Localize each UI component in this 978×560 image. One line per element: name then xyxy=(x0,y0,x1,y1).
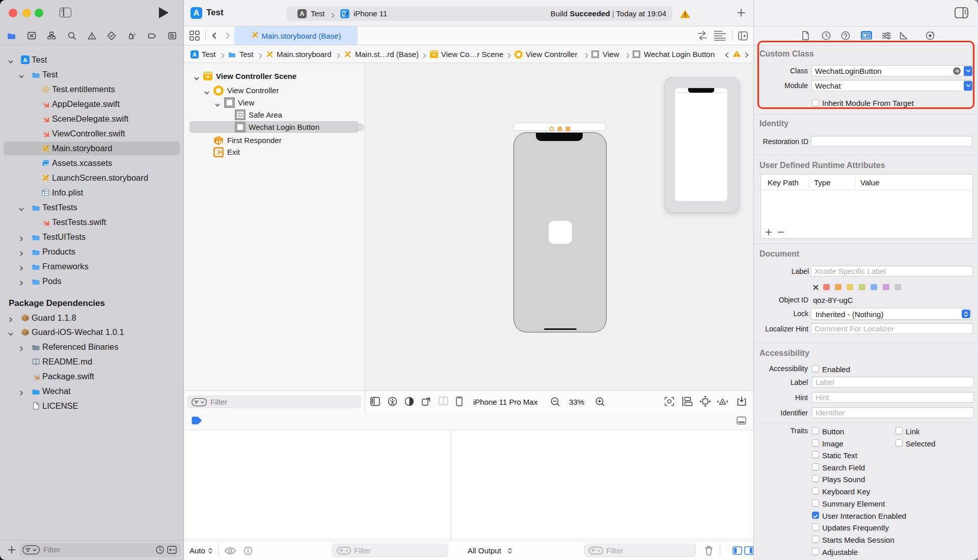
svg-text:A: A xyxy=(23,56,28,63)
svg-text:1: 1 xyxy=(219,141,221,144)
svg-text:A: A xyxy=(193,51,197,58)
svg-text:A: A xyxy=(194,9,199,17)
svg-text:A: A xyxy=(300,10,305,17)
